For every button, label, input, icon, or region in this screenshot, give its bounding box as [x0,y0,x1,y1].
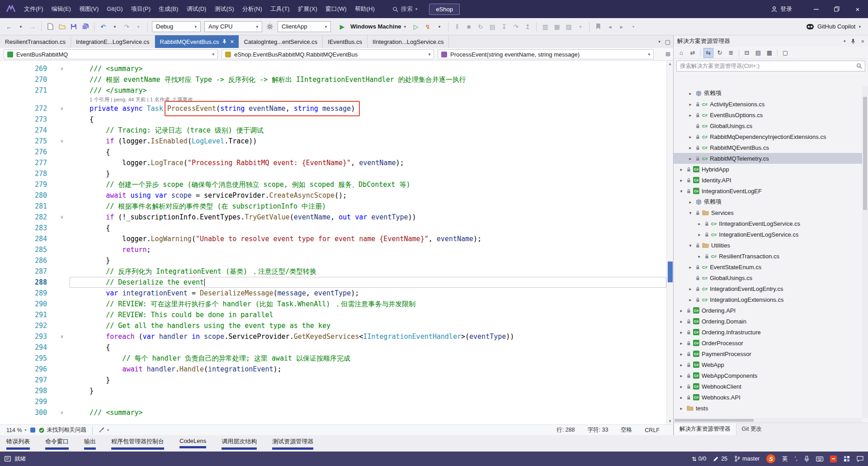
code-line[interactable]: 269∨ /// <summary> [0,63,666,74]
expander-icon[interactable]: ▸ [687,265,693,270]
code-line[interactable]: 285 return; [0,244,666,255]
code-text[interactable]: { [70,223,110,233]
tree-item[interactable]: ▸C#ActivityExtensions.cs [674,99,862,109]
member-dropdown[interactable]: ProcessEvent(string eventName, string me… [438,49,654,59]
fold-marker-icon[interactable]: ∨ [54,136,70,147]
code-text[interactable]: } [70,375,110,385]
editor-health-icon[interactable] [30,428,35,433]
expander-icon[interactable]: ▸ [687,200,693,204]
code-line[interactable]: 277 logger.LogTrace("Processing RabbitMQ… [0,157,666,168]
code-text[interactable]: { [70,147,110,157]
redo-icon[interactable]: ↷ [121,21,132,33]
code-text[interactable]: // Tracing: 记录日志 (trace 级别) 便于调试 [70,125,264,136]
line-number[interactable]: 270 [0,74,54,85]
line-number[interactable]: 290 [0,299,54,309]
scroll-down-icon[interactable]: ▼ [667,418,673,424]
expander-icon[interactable]: ▸ [687,134,693,139]
solution-platform-select[interactable]: Any CPU▾ [204,21,262,32]
expander-icon[interactable]: ▾ [687,210,693,215]
line-number[interactable]: 282 [0,212,54,223]
tree-item[interactable]: C#GlobalUsings.cs [674,120,862,131]
active-files-dropdown-icon[interactable]: ▾ [658,39,660,44]
line-number[interactable]: 296 [0,364,54,375]
code-text[interactable]: // 每个 handler 负责自己的异常处理; 这里 await 以保证按顺序… [70,353,350,364]
bookmark-dropdown-icon[interactable]: ▾ [628,21,639,33]
menu-item-file[interactable]: 文件(F) [20,0,47,18]
properties-icon[interactable]: ▦ [764,48,774,58]
code-line[interactable]: 272∨ private async Task ProcessEvent(str… [0,103,666,114]
fold-marker-icon[interactable]: ∨ [54,103,70,114]
code-text[interactable]: if (!_subscriptionInfo.EventTypes.TryGet… [70,212,416,223]
menu-item-git[interactable]: Git(G) [103,0,127,18]
code-line[interactable]: 297 } [0,375,666,385]
show-all-files-icon[interactable]: ▤ [753,48,763,58]
code-line[interactable]: 270 /// 根据 eventName 寻找对应 Type -> 反序列化 -… [0,74,666,85]
line-number[interactable]: 297 [0,375,54,385]
code-text[interactable]: await using var scope = serviceProvider.… [70,190,347,201]
microphone-icon[interactable] [804,456,809,462]
code-text[interactable]: // 根据事件名解析对应的事件类型 (在 subscriptionInfo 中注… [70,201,326,212]
code-line[interactable]: 287 // 反序列化为 IntegrationEvent (基类) ，注意泛型… [0,266,666,277]
tree-item[interactable]: ▸C#PaymentProcessor [674,348,862,359]
tree-item[interactable]: ▸C#Ordering.API [674,305,862,316]
menu-item-window[interactable]: 窗口(W) [321,0,351,18]
menu-item-help[interactable]: 帮助(H) [351,0,379,18]
scrollbar-thumb[interactable] [675,419,754,422]
tree-item[interactable]: ▸C#WebhookClient [674,381,862,392]
code-text[interactable]: private async Task ProcessEvent(string e… [70,103,355,114]
tree-item[interactable]: ▸C#RabbitMqDependencyInjectionExtensions… [674,131,862,142]
panel-tab[interactable]: 输出 [84,437,96,452]
undo-dropdown-icon[interactable]: ▾ [109,21,120,33]
tree-item[interactable]: ▸C#Webhooks.API [674,392,862,403]
soft-keyboard-icon[interactable] [816,456,823,461]
tree-item[interactable]: ▸C#OrderProcessor [674,338,862,348]
tree-item[interactable]: ▾Services [674,207,862,218]
close-tab-icon[interactable]: × [230,38,234,45]
expander-icon[interactable]: ▸ [678,308,684,313]
line-number[interactable]: 292 [0,320,54,331]
code-line[interactable]: 284 logger.LogWarning("Unable to resolve… [0,233,666,244]
open-file-icon[interactable] [57,21,67,33]
solution-explorer-title-bar[interactable]: 解决方案资源管理器 ▾ × [674,35,868,47]
collapse-all-icon[interactable]: ⊟ [742,48,752,58]
tree-item[interactable]: ▸依赖项 [674,196,862,207]
tool-window-tab[interactable]: Git 更改 [736,423,767,435]
document-tab[interactable]: IEventBus.cs [323,35,368,48]
search-control[interactable]: 搜索 ▾ [392,5,418,13]
code-line[interactable]: 290 // REVIEW: 可在这里并行执行多个 handler (比如 Ta… [0,299,666,309]
code-line[interactable]: 292 // Get all the handlers using the ev… [0,320,666,331]
immediate-window-icon[interactable]: ▥ [540,21,551,33]
line-number[interactable]: 269 [0,63,54,74]
line-number[interactable]: 275 [0,136,54,147]
call-stack-window-icon[interactable]: ▧ [563,21,574,33]
document-tab[interactable]: IntegrationE...LogService.cs [71,35,155,48]
code-line[interactable]: 278 } [0,168,666,179]
restore-button[interactable] [826,0,847,18]
project-dropdown[interactable]: EventBusRabbitMQ ▾ [4,49,218,59]
line-number[interactable]: 278 [0,168,54,179]
expander-icon[interactable]: ▸ [687,286,693,291]
previous-bookmark-icon[interactable]: ◂ [604,21,615,33]
code-text[interactable]: logger.LogWarning("Unable to resolve eve… [70,233,481,244]
line-number[interactable]: 288 [0,277,54,288]
code-text[interactable]: /// 根据 eventName 寻找对应 Type -> 反序列化 -> 解析… [70,74,466,85]
pending-edits-indicator[interactable]: 25 [713,456,727,462]
tree-item[interactable]: ▸C#RabbitMQTelemetry.cs [674,153,862,164]
float-window-icon[interactable]: ▢ [665,38,670,45]
line-number[interactable]: 289 [0,288,54,299]
step-into-icon[interactable]: ↧ [499,21,509,33]
code-line[interactable]: 279 // 创建一个异步 scope (确保每个消息使用独立 scope, 例… [0,179,666,190]
tree-item[interactable]: ▸tests [674,403,862,414]
code-text[interactable]: /// <summary> [70,63,143,74]
switch-views-icon[interactable]: ⇄ [688,48,698,58]
code-cleanup-button[interactable]: ▾ [95,427,113,433]
code-text[interactable]: /// </summary> [70,85,147,96]
pin-icon[interactable] [222,39,226,44]
panel-tab[interactable]: 调用层次结构 [222,437,257,452]
menu-item-project[interactable]: 项目(P) [127,0,155,18]
code-line[interactable]: 283 { [0,223,666,233]
new-file-icon[interactable] [45,21,56,33]
step-over-icon[interactable]: ↷ [510,21,521,33]
hot-reload-dropdown-icon[interactable]: ▾ [434,21,445,33]
git-branch-indicator[interactable]: master [734,456,760,462]
